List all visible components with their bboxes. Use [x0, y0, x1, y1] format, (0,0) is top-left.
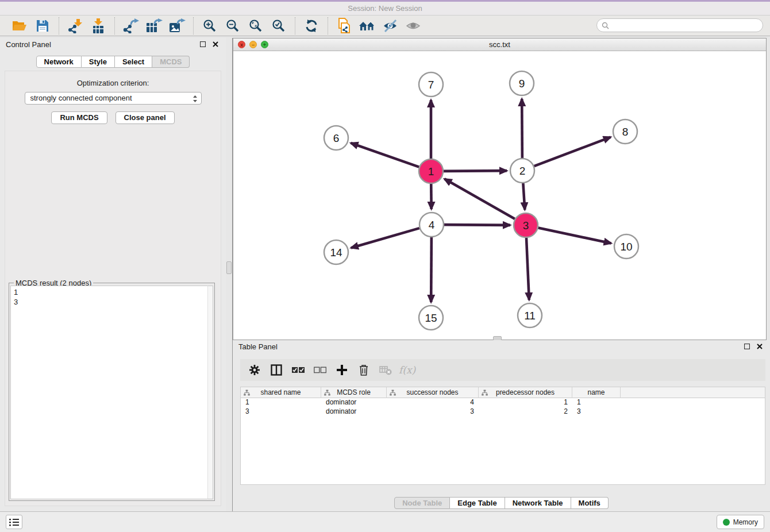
- cell-0-successor-nodes[interactable]: 4: [387, 398, 479, 407]
- edge-3-10[interactable]: [538, 228, 611, 244]
- toolbar-separator: [193, 17, 194, 34]
- open-session-icon[interactable]: [8, 17, 31, 34]
- save-session-icon[interactable]: [31, 17, 54, 34]
- node-label-6: 6: [333, 132, 340, 144]
- optimization-criterion-label: Optimization criterion:: [5, 79, 221, 87]
- window-close-icon[interactable]: x: [238, 41, 245, 48]
- criterion-select[interactable]: strongly connected component: [25, 92, 202, 105]
- first-neighbors-icon[interactable]: [356, 17, 379, 34]
- cell-0-shared-name[interactable]: 1: [241, 398, 321, 407]
- horizontal-splitter-handle[interactable]: [226, 261, 232, 274]
- edge-4-15[interactable]: [431, 237, 432, 302]
- refresh-layout-icon[interactable]: [300, 17, 323, 34]
- cell-1-shared-name[interactable]: 3: [241, 407, 321, 417]
- cell-1-successor-nodes[interactable]: 3: [387, 407, 479, 417]
- hide-selected-icon[interactable]: [379, 17, 402, 34]
- deselect-all-icon[interactable]: [311, 361, 329, 379]
- edge-2-3[interactable]: [523, 183, 525, 210]
- export-image-icon[interactable]: [165, 17, 188, 34]
- column-header-MCDS-role[interactable]: MCDS role: [321, 387, 387, 398]
- zoom-in-icon[interactable]: [198, 17, 221, 34]
- add-row-icon[interactable]: [333, 361, 351, 379]
- table-row-1: 3dominator323: [241, 407, 765, 417]
- mcds-result-box: MCDS result (2 nodes) 1 3: [9, 283, 215, 501]
- table-tabs: Node TableEdge TableNetwork TableMotifs: [233, 497, 770, 509]
- edge-1-6[interactable]: [351, 143, 419, 167]
- search-input[interactable]: [609, 20, 763, 30]
- search-box: [596, 18, 763, 32]
- node-label-14: 14: [330, 246, 342, 259]
- cell-1-predecessor-nodes[interactable]: 2: [479, 407, 572, 417]
- column-header-successor-nodes[interactable]: successor nodes: [387, 387, 479, 398]
- node-label-4: 4: [429, 219, 435, 231]
- cell-1-name[interactable]: 3: [572, 407, 621, 417]
- export-network-icon[interactable]: [120, 17, 143, 34]
- zoom-selected-icon[interactable]: [267, 17, 290, 34]
- edge-1-2[interactable]: [444, 171, 507, 171]
- column-header-name[interactable]: name: [572, 387, 621, 398]
- cell-0-MCDS-role[interactable]: dominator: [321, 398, 387, 407]
- tab-network[interactable]: Network: [36, 56, 82, 68]
- column-header-shared-name[interactable]: shared name: [241, 387, 321, 398]
- node-label-7: 7: [428, 79, 434, 91]
- close-table-panel-icon[interactable]: [755, 342, 764, 351]
- show-all-icon[interactable]: [402, 17, 425, 34]
- task-history-button[interactable]: [6, 515, 22, 529]
- list-icon: [9, 518, 19, 526]
- float-table-panel-icon[interactable]: [742, 342, 752, 351]
- tab-mcds[interactable]: MCDS: [152, 56, 190, 68]
- cell-1-MCDS-role[interactable]: dominator: [321, 407, 387, 417]
- select-all-icon[interactable]: [290, 361, 307, 379]
- tab-network-table[interactable]: Network Table: [505, 497, 571, 509]
- window-zoom-icon[interactable]: +: [261, 41, 268, 48]
- mcds-result-text[interactable]: 1 3: [10, 286, 207, 499]
- node-table: shared nameMCDS rolesuccessor nodesprede…: [240, 387, 765, 485]
- mcds-panel: Optimization criterion: strongly connect…: [5, 71, 221, 506]
- clone-network-icon[interactable]: [333, 17, 356, 34]
- edge-3-11[interactable]: [526, 238, 529, 300]
- insert-column-icon[interactable]: [268, 361, 285, 379]
- close-panel-icon[interactable]: [211, 40, 220, 49]
- tab-motifs[interactable]: Motifs: [571, 497, 609, 509]
- table-settings-gear-icon[interactable]: [246, 361, 263, 379]
- table-panel-title: Table Panel: [238, 342, 278, 351]
- window-minimize-icon[interactable]: –: [249, 41, 257, 48]
- tab-node-table[interactable]: Node Table: [394, 497, 450, 509]
- network-window-titlebar[interactable]: x – + scc.txt: [233, 38, 766, 51]
- status-bar: Memory: [0, 511, 770, 532]
- memory-button[interactable]: Memory: [717, 515, 764, 529]
- cell-0-name[interactable]: 1: [572, 398, 621, 407]
- edge-2-9[interactable]: [522, 99, 522, 158]
- tab-style[interactable]: Style: [82, 56, 115, 68]
- network-graph-canvas[interactable]: 1234678910111415: [233, 51, 766, 340]
- toolbar-separator: [59, 17, 59, 34]
- network-view-window: x – + scc.txt 1234678910111415: [233, 38, 767, 340]
- zoom-out-icon[interactable]: [221, 17, 244, 34]
- tab-edge-table[interactable]: Edge Table: [450, 497, 505, 509]
- float-panel-icon[interactable]: [198, 40, 207, 49]
- cell-0-predecessor-nodes[interactable]: 1: [479, 398, 572, 407]
- node-label-8: 8: [622, 126, 629, 138]
- control-panel: Control Panel NetworkStyleSelectMCDS Opt…: [0, 38, 226, 511]
- result-scrollbar[interactable]: [207, 286, 213, 499]
- table-header-row: shared nameMCDS rolesuccessor nodesprede…: [241, 387, 765, 398]
- tab-select[interactable]: Select: [115, 56, 152, 68]
- edge-3-1[interactable]: [444, 179, 514, 219]
- edge-2-8[interactable]: [534, 137, 611, 167]
- edge-4-3[interactable]: [444, 225, 510, 225]
- import-table-icon[interactable]: [87, 17, 110, 34]
- run-mcds-button[interactable]: Run MCDS: [51, 111, 107, 124]
- delete-table-icon[interactable]: [377, 361, 394, 379]
- export-table-icon[interactable]: [143, 17, 165, 34]
- network-window-title: scc.txt: [489, 40, 510, 49]
- close-panel-button[interactable]: Close panel: [116, 111, 175, 124]
- edge-4-14[interactable]: [351, 228, 419, 248]
- select-stepper-icon: [192, 94, 198, 103]
- function-builder-icon[interactable]: f(x): [399, 364, 415, 376]
- delete-row-icon[interactable]: [355, 361, 372, 379]
- column-header-predecessor-nodes[interactable]: predecessor nodes: [479, 387, 572, 398]
- zoom-fit-icon[interactable]: [244, 17, 267, 34]
- import-network-icon[interactable]: [64, 17, 87, 34]
- control-panel-title: Control Panel: [6, 40, 51, 49]
- main-toolbar: [0, 16, 770, 36]
